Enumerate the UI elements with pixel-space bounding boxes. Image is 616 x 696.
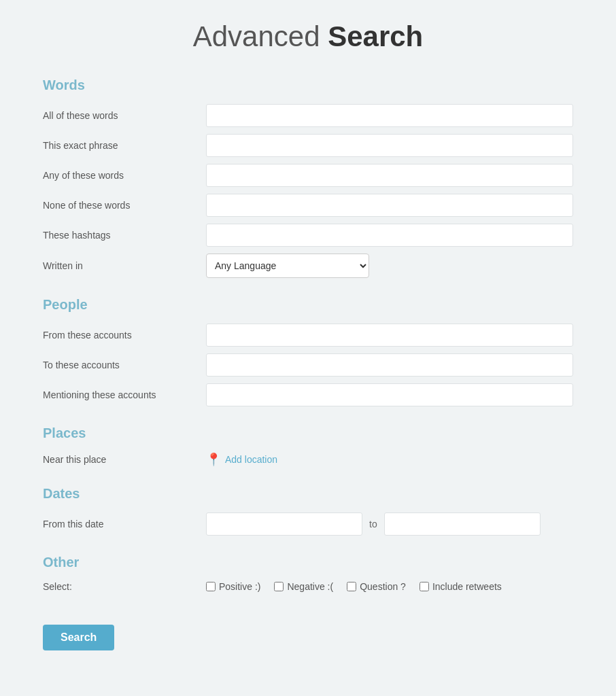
negative-label: Negative :( [287, 581, 333, 592]
all-words-label: All of these words [43, 110, 206, 121]
dates-section-header: Dates [43, 486, 573, 502]
people-section-header: People [43, 297, 573, 313]
checkbox-group: Positive :) Negative :( Question ? Inclu… [206, 581, 502, 592]
question-label: Question ? [360, 581, 406, 592]
none-words-input[interactable] [206, 194, 573, 217]
none-words-label: None of these words [43, 200, 206, 211]
mentioning-accounts-row: Mentioning these accounts [43, 383, 573, 406]
words-section-header: Words [43, 77, 573, 93]
from-date-input[interactable] [206, 512, 362, 536]
retweets-checkbox-item[interactable]: Include retweets [420, 581, 502, 592]
date-to-separator: to [362, 519, 384, 529]
people-section: People From these accounts To these acco… [43, 297, 573, 406]
to-accounts-input[interactable] [206, 353, 573, 377]
from-accounts-input[interactable] [206, 324, 573, 347]
hashtags-row: These hashtags [43, 224, 573, 247]
to-accounts-label: To these accounts [43, 360, 206, 370]
none-words-row: None of these words [43, 194, 573, 217]
retweets-checkbox[interactable] [420, 582, 429, 591]
select-row: Select: Positive :) Negative :( Question… [43, 581, 573, 592]
from-date-label: From this date [43, 519, 206, 529]
from-accounts-label: From these accounts [43, 330, 206, 341]
retweets-label: Include retweets [432, 581, 502, 592]
any-words-label: Any of these words [43, 170, 206, 181]
exact-phrase-row: This exact phrase [43, 134, 573, 157]
all-words-input[interactable] [206, 104, 573, 127]
to-date-input[interactable] [384, 512, 541, 536]
places-section-header: Places [43, 425, 573, 441]
hashtags-label: These hashtags [43, 230, 206, 241]
from-accounts-row: From these accounts [43, 324, 573, 347]
exact-phrase-label: This exact phrase [43, 140, 206, 151]
date-inputs: to [206, 512, 541, 536]
other-section-header: Other [43, 555, 573, 570]
all-words-row: All of these words [43, 104, 573, 127]
select-label: Select: [43, 581, 206, 592]
any-words-input[interactable] [206, 164, 573, 187]
mentioning-accounts-input[interactable] [206, 383, 573, 406]
add-location-button[interactable]: 📍 Add location [206, 452, 277, 467]
add-location-text: Add location [225, 454, 277, 465]
question-checkbox-item[interactable]: Question ? [347, 581, 406, 592]
to-accounts-row: To these accounts [43, 353, 573, 377]
language-label: Written in [43, 260, 206, 271]
positive-checkbox[interactable] [206, 582, 216, 591]
mentioning-accounts-label: Mentioning these accounts [43, 389, 206, 400]
language-row: Written in Any Language English Spanish … [43, 254, 573, 278]
other-section: Other Select: Positive :) Negative :( Qu… [43, 555, 573, 592]
language-select[interactable]: Any Language English Spanish French Germ… [206, 254, 369, 278]
any-words-row: Any of these words [43, 164, 573, 187]
question-checkbox[interactable] [347, 582, 356, 591]
near-place-row: Near this place 📍 Add location [43, 452, 573, 467]
search-button[interactable]: Search [43, 625, 114, 650]
near-place-label: Near this place [43, 454, 206, 465]
hashtags-input[interactable] [206, 224, 573, 247]
date-row: From this date to [43, 512, 573, 536]
words-section: Words All of these words This exact phra… [43, 77, 573, 278]
exact-phrase-input[interactable] [206, 134, 573, 157]
negative-checkbox-item[interactable]: Negative :( [274, 581, 333, 592]
places-section: Places Near this place 📍 Add location [43, 425, 573, 467]
positive-label: Positive :) [219, 581, 260, 592]
negative-checkbox[interactable] [274, 582, 284, 591]
pin-icon: 📍 [206, 452, 221, 467]
page-title: Advanced Search [43, 20, 573, 53]
dates-section: Dates From this date to [43, 486, 573, 536]
positive-checkbox-item[interactable]: Positive :) [206, 581, 260, 592]
